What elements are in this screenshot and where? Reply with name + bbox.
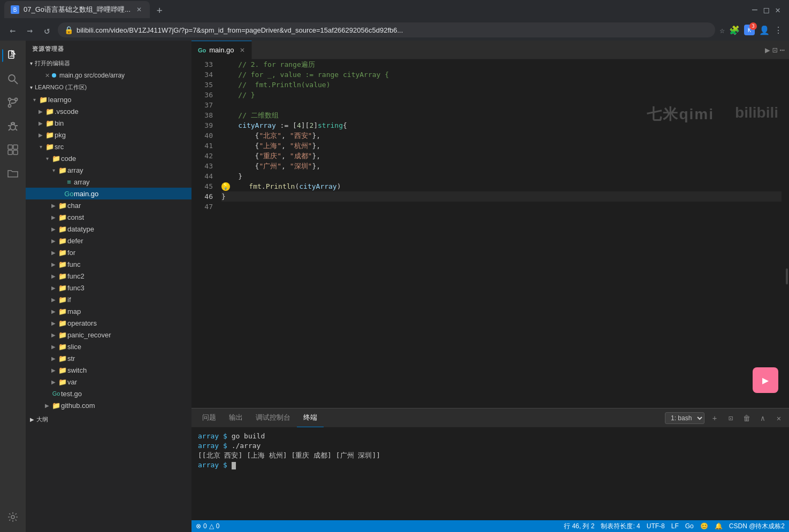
- scrollbar-thumb[interactable]: [786, 268, 788, 284]
- tab-close-button[interactable]: ✕: [135, 5, 143, 14]
- terminal-content[interactable]: array $ go build array $ ./array [[北京 西安…: [191, 427, 789, 520]
- tree-item-func[interactable]: ▶ 📁 func: [26, 258, 191, 270]
- outline-section[interactable]: ▶ 大纲: [26, 413, 191, 426]
- new-tab-button[interactable]: +: [152, 2, 167, 17]
- extensions-icon[interactable]: 🧩: [729, 25, 740, 35]
- status-errors[interactable]: ⊗ 0 △ 0: [196, 522, 219, 530]
- status-line-ending[interactable]: LF: [671, 522, 679, 530]
- panel-tab-terminal[interactable]: 终端: [297, 408, 324, 427]
- folder-icon: 📁: [45, 143, 55, 151]
- delete-terminal-button[interactable]: 🗑: [741, 412, 753, 424]
- tree-item-func3[interactable]: ▶ 📁 func3: [26, 282, 191, 294]
- chevron-right-icon: ▶: [49, 309, 58, 314]
- tree-item-func2[interactable]: ▶ 📁 func2: [26, 270, 191, 282]
- panel-tab-problems[interactable]: 问题: [196, 408, 223, 427]
- status-tab-size[interactable]: 制表符长度: 4: [601, 522, 640, 531]
- open-editors-section[interactable]: ▾ 打开的编辑器: [26, 57, 191, 70]
- panel-collapse-button[interactable]: ∧: [757, 412, 769, 424]
- bookmark-icon[interactable]: ☆: [719, 25, 725, 35]
- status-encoding[interactable]: UTF-8: [647, 522, 665, 530]
- sidebar-item-extensions[interactable]: [2, 139, 24, 160]
- chevron-down-icon: ▾: [30, 60, 33, 66]
- tree-item-char[interactable]: ▶ 📁 char: [26, 199, 191, 211]
- maximize-icon[interactable]: □: [764, 5, 769, 15]
- chevron-down-icon: ▾: [43, 156, 51, 161]
- folder-icon: 📁: [58, 249, 67, 257]
- sidebar-item-search[interactable]: [2, 68, 24, 90]
- settings-icon[interactable]: [2, 506, 24, 528]
- sidebar-item-debug[interactable]: [2, 115, 24, 137]
- reload-button[interactable]: ↺: [41, 25, 53, 36]
- line-numbers: 33 34 35 36 37 38 39 40 41 42 43 44 45 4…: [191, 59, 217, 408]
- sidebar-item-folder[interactable]: [2, 163, 24, 184]
- tree-item-pkg[interactable]: ▶ 📁 pkg: [26, 129, 191, 141]
- tree-item-test-go[interactable]: ▶ Go test.go: [26, 388, 191, 399]
- tree-item-label: func3: [67, 284, 191, 292]
- url-input[interactable]: 🔒 bilibili.com/video/BV1ZJ411W7jG/?p=7&s…: [58, 22, 715, 37]
- split-editor-icon[interactable]: ⊡: [772, 45, 778, 55]
- split-terminal-button[interactable]: ⊡: [725, 412, 737, 424]
- tree-item-learngo[interactable]: ▾ 📁 learngo: [26, 94, 191, 105]
- chevron-right-icon: ▶: [49, 250, 58, 256]
- tree-item-label: defer: [67, 237, 191, 245]
- sidebar-item-files[interactable]: [2, 45, 24, 66]
- sidebar-item-git[interactable]: [2, 92, 24, 113]
- back-button[interactable]: ←: [6, 25, 19, 36]
- tree-item-var[interactable]: ▶ 📁 var: [26, 376, 191, 388]
- tree-item-switch[interactable]: ▶ 📁 switch: [26, 364, 191, 376]
- editor-tab-main-go[interactable]: Go main.go ✕: [191, 41, 252, 59]
- menu-icon[interactable]: ⋮: [774, 25, 783, 35]
- bilibili-play-button[interactable]: ▶: [753, 367, 778, 393]
- svg-point-6: [9, 105, 11, 107]
- workspace-section[interactable]: ▾ LEARNGO (工作区): [26, 81, 191, 94]
- tree-item-str[interactable]: ▶ 📁 str: [26, 352, 191, 364]
- tree-item-slice[interactable]: ▶ 📁 slice: [26, 341, 191, 352]
- tree-item-array-file[interactable]: ▶ ≡ array: [26, 176, 191, 188]
- add-terminal-button[interactable]: +: [709, 412, 721, 424]
- chevron-right-icon: ▶: [49, 273, 58, 279]
- chevron-right-icon: ▶: [49, 367, 58, 373]
- tree-item-const[interactable]: ▶ 📁 const: [26, 211, 191, 223]
- tree-item-if[interactable]: ▶ 📁 if: [26, 294, 191, 305]
- close-icon[interactable]: ✕: [775, 5, 780, 15]
- tab-close-icon[interactable]: ✕: [240, 47, 245, 54]
- tree-item-datatype[interactable]: ▶ 📁 datatype: [26, 223, 191, 235]
- more-actions-icon[interactable]: ⋯: [779, 45, 785, 55]
- open-editor-file[interactable]: ✕ main.go src/code/array: [26, 70, 191, 81]
- close-file-icon[interactable]: ✕: [45, 72, 50, 79]
- tree-item-github[interactable]: ▶ 📁 github.com: [26, 399, 191, 411]
- panel-actions: 1: bash + ⊡ 🗑 ∧ ✕: [665, 412, 785, 424]
- tree-item-array-folder[interactable]: ▾ 📁 array: [26, 164, 191, 176]
- extension-badge[interactable]: K 3: [744, 25, 755, 35]
- panel-tab-label: 终端: [303, 413, 317, 422]
- code-token: [: [293, 120, 297, 130]
- tree-item-for[interactable]: ▶ 📁 for: [26, 246, 191, 258]
- tree-item-operators[interactable]: ▶ 📁 operators: [26, 317, 191, 329]
- tree-item-label: str: [67, 354, 191, 363]
- tree-item-panic-recover[interactable]: ▶ 📁 panic_recover: [26, 329, 191, 341]
- run-icon[interactable]: ▶: [765, 45, 770, 55]
- terminal-selector[interactable]: 1: bash: [665, 412, 704, 424]
- status-notification[interactable]: 🔔: [715, 522, 723, 530]
- tree-item-map[interactable]: ▶ 📁 map: [26, 305, 191, 317]
- status-language[interactable]: Go: [685, 522, 694, 530]
- code-content[interactable]: // 2. for range遍历 // for _, value := ran…: [217, 59, 782, 408]
- tree-item-code[interactable]: ▾ 📁 code: [26, 152, 191, 164]
- active-tab[interactable]: B 07_Go语言基础之数组_哔哩哔哩... ✕: [4, 1, 150, 18]
- tree-item-src[interactable]: ▾ 📁 src: [26, 141, 191, 152]
- tree-item-defer[interactable]: ▶ 📁 defer: [26, 235, 191, 246]
- editor-scrollbar[interactable]: [782, 59, 789, 408]
- profile-icon[interactable]: 👤: [759, 25, 770, 35]
- tree-item-main-go[interactable]: ▶ Go main.go: [26, 188, 191, 199]
- encoding-text: UTF-8: [647, 522, 665, 530]
- status-emoji[interactable]: 😊: [700, 522, 708, 530]
- tree-item-bin[interactable]: ▶ 📁 bin: [26, 117, 191, 129]
- tree-item-vscode[interactable]: ▶ 📁 .vscode: [26, 105, 191, 117]
- minimize-icon[interactable]: ─: [752, 5, 757, 15]
- forward-button[interactable]: →: [24, 25, 36, 36]
- panel-close-button[interactable]: ✕: [773, 412, 785, 424]
- panel-tab-debug-console[interactable]: 调试控制台: [249, 408, 297, 427]
- status-position[interactable]: 行 46, 列 2: [564, 522, 594, 531]
- panel-tab-output[interactable]: 输出: [223, 408, 249, 427]
- line-num-38: 38: [196, 110, 213, 120]
